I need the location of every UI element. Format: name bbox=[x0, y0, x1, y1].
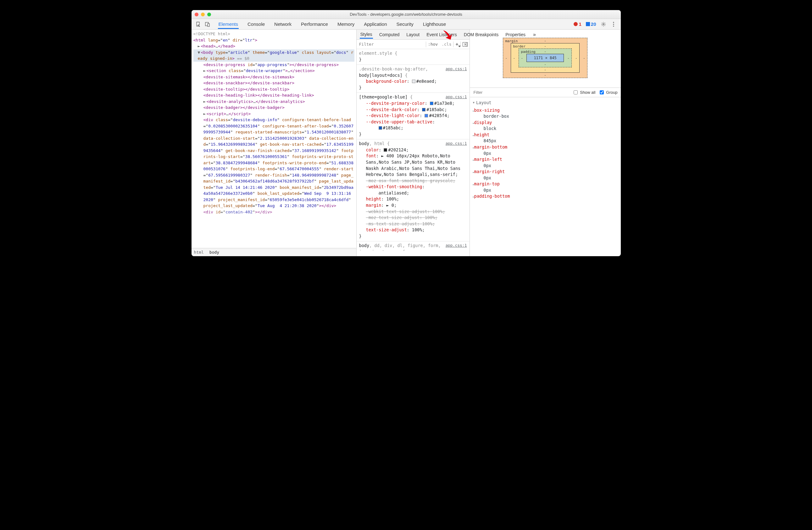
computed-filter-bar: Show all Group bbox=[470, 88, 621, 97]
computed-property[interactable]: margin-left0px bbox=[470, 156, 621, 169]
device-toolbar-icon[interactable] bbox=[205, 22, 211, 27]
dom-node[interactable]: <devsite-sitemask></devsite-sitemask> bbox=[193, 74, 354, 80]
breadcrumb-html[interactable]: html bbox=[194, 250, 204, 255]
computed-property[interactable]: margin-bottom0px bbox=[470, 144, 621, 156]
box-model-display: margin - - - - border - - - - padding bbox=[470, 30, 621, 88]
elements-panel: <!DOCTYPE html><html lang="en" dir="ltr"… bbox=[191, 30, 357, 256]
style-rule[interactable]: app.css:1body, dd, div, dl, figure, form… bbox=[357, 241, 469, 251]
svg-point-3 bbox=[613, 22, 614, 23]
sidebar-tab-bar: StylesComputedLayoutEvent ListenersDOM B… bbox=[357, 30, 469, 40]
error-count-badge[interactable]: 1 bbox=[574, 22, 581, 27]
main-tab-performance[interactable]: Performance bbox=[300, 19, 329, 29]
dom-node[interactable]: <devsite-progress id="app-progress"></de… bbox=[193, 62, 354, 68]
sidebar-tab-event-listeners[interactable]: Event Listeners bbox=[426, 30, 458, 39]
styles-panel: StylesComputedLayoutEvent ListenersDOM B… bbox=[357, 30, 470, 256]
kebab-menu-icon[interactable] bbox=[611, 22, 617, 27]
window-titlebar: DevTools - developers.google.com/web/too… bbox=[191, 10, 621, 19]
computed-property[interactable]: height845px bbox=[470, 132, 621, 144]
show-all-checkbox[interactable]: Show all bbox=[572, 89, 595, 95]
dom-node[interactable]: <devsite-heading-link></devsite-heading-… bbox=[193, 92, 354, 98]
box-model-border-label: border bbox=[513, 44, 525, 48]
message-count-badge[interactable]: 20 bbox=[586, 22, 596, 27]
computed-property[interactable]: margin-top0px bbox=[470, 181, 621, 193]
rule-source-link[interactable]: app.css:1 bbox=[446, 66, 467, 72]
toggle-hover-button[interactable]: :hov bbox=[426, 42, 440, 46]
svg-point-4 bbox=[613, 24, 614, 25]
svg-point-2 bbox=[603, 23, 604, 25]
main-tab-application[interactable]: Application bbox=[363, 19, 388, 29]
group-checkbox[interactable]: Group bbox=[598, 89, 617, 95]
dom-node[interactable]: <html lang="en" dir="ltr"> bbox=[193, 37, 354, 43]
main-tab-memory[interactable]: Memory bbox=[337, 19, 355, 29]
style-rule[interactable]: element.style {} bbox=[357, 49, 469, 65]
computed-property-list[interactable]: Layout box-sizingborder-boxdisplayblockh… bbox=[470, 97, 621, 256]
dom-node[interactable]: <devsite-snackbar></devsite-snackbar> bbox=[193, 80, 354, 86]
rule-source-link[interactable]: app.css:1 bbox=[446, 94, 467, 100]
dom-node[interactable]: ►<head>…</head> bbox=[193, 43, 354, 50]
settings-gear-icon[interactable] bbox=[601, 22, 606, 27]
computed-property[interactable]: padding-bottom bbox=[470, 193, 621, 199]
computed-property[interactable]: box-sizingborder-box bbox=[470, 107, 621, 120]
style-rule[interactable]: app.css:1body, html {color: #202124;font… bbox=[357, 139, 469, 241]
main-tab-network[interactable]: Network bbox=[274, 19, 292, 29]
toggle-class-button[interactable]: .cls bbox=[440, 42, 453, 46]
dom-tree[interactable]: <!DOCTYPE html><html lang="en" dir="ltr"… bbox=[191, 30, 356, 248]
dom-node[interactable]: ►<devsite-analytics>…</devsite-analytics… bbox=[193, 98, 354, 105]
svg-point-5 bbox=[613, 26, 614, 26]
styles-rule-list[interactable]: element.style {}app.css:1.devsite-book-n… bbox=[357, 49, 469, 256]
styles-filter-input[interactable] bbox=[357, 42, 426, 46]
window-title: DevTools - developers.google.com/web/too… bbox=[191, 12, 621, 17]
breadcrumb-body[interactable]: body bbox=[209, 250, 219, 255]
main-tab-elements[interactable]: Elements bbox=[218, 19, 239, 29]
dom-node[interactable]: ▼<body type="article" theme="google-blue… bbox=[193, 50, 354, 62]
toggle-computed-sidebar-icon[interactable] bbox=[461, 42, 469, 46]
styles-toolbar: :hov .cls + bbox=[357, 40, 469, 49]
dom-node[interactable]: ►<section class="devsite-wrapper">…</sec… bbox=[193, 68, 354, 74]
style-rule[interactable]: app.css:1[theme=google-blue] {--devsite-… bbox=[357, 93, 469, 139]
new-style-rule-button[interactable]: + bbox=[453, 42, 460, 47]
main-tab-bar: ElementsConsoleNetworkPerformanceMemoryA… bbox=[191, 19, 621, 30]
computed-panel: margin - - - - border - - - - padding bbox=[470, 30, 621, 256]
main-tab-lighthouse[interactable]: Lighthouse bbox=[422, 19, 447, 29]
rule-source-link[interactable]: app.css:1 bbox=[446, 243, 467, 248]
computed-filter-input[interactable] bbox=[473, 90, 569, 95]
style-rule[interactable]: app.css:1.devsite-book-nav-bg:after,body… bbox=[357, 65, 469, 93]
dom-node[interactable]: <div class="devsite-debug-info" configur… bbox=[193, 117, 354, 209]
dom-node[interactable]: <devsite-tooltip></devsite-tooltip> bbox=[193, 86, 354, 93]
dom-node[interactable]: <!DOCTYPE html> bbox=[193, 31, 354, 37]
sidebar-tab-styles[interactable]: Styles bbox=[360, 30, 373, 39]
computed-section-layout[interactable]: Layout bbox=[470, 98, 621, 107]
computed-property[interactable]: margin-right0px bbox=[470, 169, 621, 181]
inspect-element-icon[interactable] bbox=[196, 22, 202, 27]
main-tab-security[interactable]: Security bbox=[396, 19, 414, 29]
box-model-margin-label: margin bbox=[505, 39, 518, 43]
box-model-padding-label: padding bbox=[521, 50, 535, 54]
dom-node[interactable]: <div id="contain-402"></div> bbox=[193, 209, 354, 215]
computed-property[interactable]: displayblock bbox=[470, 120, 621, 132]
dom-node[interactable]: ►<script>…</script> bbox=[193, 111, 354, 117]
sidebar-tab-layout[interactable]: Layout bbox=[406, 30, 420, 39]
main-tab-console[interactable]: Console bbox=[247, 19, 265, 29]
svg-rect-1 bbox=[207, 24, 209, 26]
dom-node[interactable]: <devsite-badger></devsite-badger> bbox=[193, 104, 354, 111]
sidebar-tab-computed[interactable]: Computed bbox=[379, 30, 400, 39]
rule-source-link[interactable]: app.css:1 bbox=[446, 141, 467, 147]
breadcrumb-trail: htmlbody bbox=[191, 248, 356, 256]
box-model-content: 1171 × 845 bbox=[526, 54, 564, 62]
